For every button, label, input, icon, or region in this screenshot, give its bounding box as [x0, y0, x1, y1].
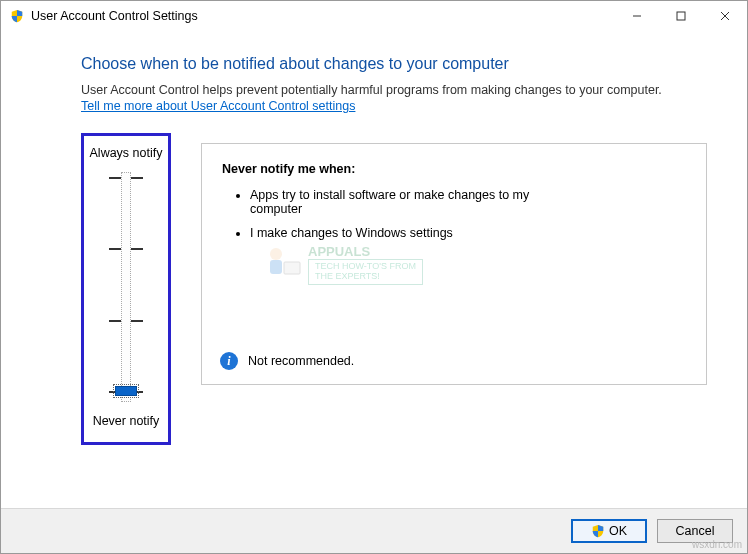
- infobox-title: Never notify me when:: [222, 162, 686, 176]
- uac-settings-window: User Account Control Settings Choose whe…: [0, 0, 748, 554]
- slider-label-top: Always notify: [90, 146, 163, 160]
- notify-slider-container: Always notify Never notify: [81, 133, 171, 445]
- page-description: User Account Control helps prevent poten…: [81, 83, 707, 97]
- page-heading: Choose when to be notified about changes…: [81, 55, 707, 73]
- slider-thumb[interactable]: [115, 386, 137, 396]
- shield-icon: [591, 524, 605, 538]
- slider-tick: [131, 177, 143, 179]
- watermark: APPUALS TECH HOW-TO'S FROMTHE EXPERTS!: [262, 244, 423, 285]
- content-area: Choose when to be notified about changes…: [1, 31, 747, 508]
- site-watermark: wsxdn.com: [692, 539, 742, 550]
- ok-button-label: OK: [609, 524, 627, 538]
- recommendation-row: i Not recommended.: [220, 352, 354, 370]
- close-button[interactable]: [703, 1, 747, 31]
- bullet-item: I make changes to Windows settings: [250, 226, 540, 240]
- cancel-button-label: Cancel: [676, 524, 715, 538]
- slider-tick: [109, 248, 121, 250]
- recommendation-text: Not recommended.: [248, 354, 354, 368]
- slider-tick: [109, 320, 121, 322]
- dialog-footer: OK Cancel: [1, 508, 747, 553]
- slider-tick: [131, 320, 143, 322]
- maximize-button[interactable]: [659, 1, 703, 31]
- svg-rect-5: [270, 260, 282, 274]
- titlebar: User Account Control Settings: [1, 1, 747, 31]
- minimize-button[interactable]: [615, 1, 659, 31]
- learn-more-link[interactable]: Tell me more about User Account Control …: [81, 99, 707, 113]
- svg-rect-6: [284, 262, 300, 274]
- notification-infobox: Never notify me when: Apps try to instal…: [201, 143, 707, 385]
- main-area: Always notify Never notify Never notify …: [81, 133, 707, 445]
- svg-point-4: [270, 248, 282, 260]
- infobox-bullets: Apps try to install software or make cha…: [222, 188, 686, 240]
- window-title: User Account Control Settings: [31, 9, 615, 23]
- info-icon: i: [220, 352, 238, 370]
- shield-icon: [9, 8, 25, 24]
- ok-button[interactable]: OK: [571, 519, 647, 543]
- slider-label-bottom: Never notify: [93, 414, 160, 428]
- notify-slider[interactable]: [111, 172, 141, 402]
- slider-tick: [131, 248, 143, 250]
- slider-tick: [109, 177, 121, 179]
- svg-rect-1: [677, 12, 685, 20]
- slider-rail: [121, 172, 131, 402]
- window-controls: [615, 1, 747, 31]
- bullet-item: Apps try to install software or make cha…: [250, 188, 540, 216]
